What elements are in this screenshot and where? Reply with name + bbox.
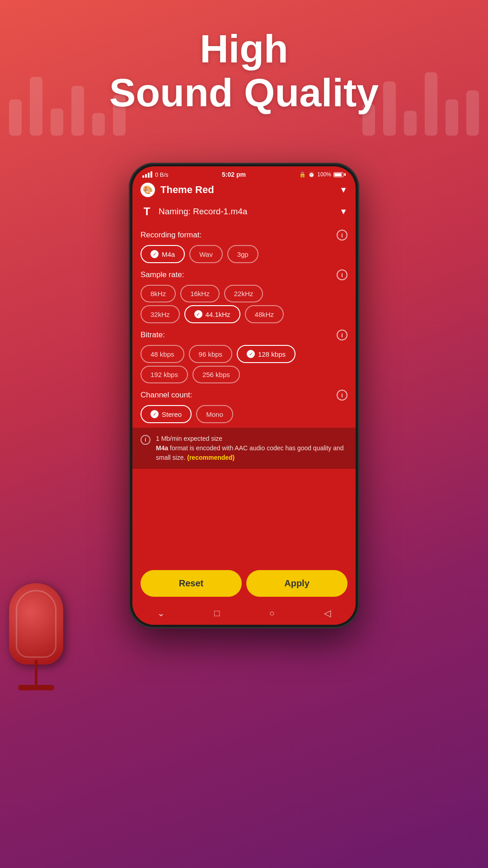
bitrate-info-icon[interactable]: i: [337, 330, 347, 340]
bitrate-96kbps[interactable]: 96 kbps: [189, 345, 233, 363]
signal-bar-2: [145, 174, 147, 178]
apply-button[interactable]: Apply: [246, 570, 347, 597]
wave-bar: [425, 72, 437, 136]
info-box: i 1 Mb/min expected size M4a format is e…: [132, 428, 356, 469]
sample-rate-16khz[interactable]: 16kHz: [180, 285, 220, 302]
mic-stand: [35, 660, 38, 687]
app-header[interactable]: 🎨 Theme Red ▼: [132, 180, 356, 202]
waveform-left: [9, 72, 126, 136]
wave-bar: [446, 99, 458, 136]
phone-screen: 0 B/s 5:02 pm 🔒 ⏰ 100% 🎨 Theme Red: [132, 166, 356, 625]
wave-bar: [92, 113, 105, 136]
mic-body: [9, 583, 63, 665]
bottom-buttons: Reset Apply: [132, 564, 356, 603]
sample-rate-label: Sample rate:: [141, 270, 184, 279]
wave-bar: [71, 86, 84, 136]
check-44khz: ✓: [194, 310, 202, 318]
mic-decoration: [0, 556, 95, 714]
t-icon: T: [141, 205, 153, 218]
wave-bar: [404, 111, 417, 136]
bitrate-48kbps[interactable]: 48 kbps: [141, 345, 184, 363]
channel-mono[interactable]: Mono: [196, 405, 233, 423]
sample-rate-44khz[interactable]: ✓ 44.1kHz: [184, 305, 240, 323]
sample-rate-options-row1: 8kHz 16kHz 22kHz: [141, 285, 347, 302]
naming-row[interactable]: T Naming: Record-1.m4a ▼: [132, 202, 356, 223]
format-wav-label: Wav: [199, 250, 212, 258]
alarm-icon: ⏰: [308, 171, 315, 178]
bitrate-256kbps[interactable]: 256 kbps: [192, 366, 240, 383]
bitrate-options-row2: 192 kbps 256 kbps: [141, 366, 347, 383]
battery-fill: [334, 173, 342, 176]
check-stereo: ✓: [150, 410, 159, 418]
wave-bar: [383, 81, 396, 136]
recording-format-options: ✓ M4a Wav 3gp: [141, 245, 347, 263]
sample-rate-8khz[interactable]: 8kHz: [141, 285, 176, 302]
status-bar: 0 B/s 5:02 pm 🔒 ⏰ 100%: [132, 166, 356, 180]
recording-format-label: Recording format:: [141, 231, 202, 240]
check-128kbps: ✓: [247, 350, 255, 358]
battery-body: [333, 172, 343, 177]
status-right: 🔒 ⏰ 100%: [299, 171, 346, 178]
nav-bar: ⌄ □ ○ ◁: [132, 603, 356, 625]
data-speed: 0 B/s: [155, 171, 169, 178]
signal-bar-1: [142, 175, 144, 178]
naming-label: Naming: Record-1.m4a: [159, 207, 334, 217]
format-option-3gp[interactable]: 3gp: [227, 245, 258, 263]
mic-base: [18, 685, 54, 690]
info-box-text: 1 Mb/min expected size M4a format is enc…: [156, 434, 347, 462]
recording-format-info-icon[interactable]: i: [337, 230, 347, 241]
sample-rate-22khz[interactable]: 22kHz: [224, 285, 263, 302]
status-left: 0 B/s: [142, 171, 169, 178]
settings-scroll-area: Recording format: i ✓ M4a Wav 3gp: [132, 223, 356, 564]
battery-indicator: [333, 172, 346, 177]
wave-bar: [9, 99, 22, 136]
bitrate-128kbps[interactable]: ✓ 128 kbps: [237, 345, 296, 363]
palette-emoji: 🎨: [143, 185, 153, 195]
battery-percent: 100%: [317, 171, 331, 178]
nav-arrow-icon[interactable]: ◁: [324, 608, 331, 618]
wave-bar: [51, 108, 63, 136]
bitrate-label: Bitrate:: [141, 330, 165, 340]
signal-bar-4: [150, 171, 152, 178]
battery-tip: [344, 173, 346, 176]
wave-bar: [466, 90, 479, 136]
headline: High Sound Quality: [109, 27, 379, 115]
waveform-right: [362, 72, 479, 136]
naming-dropdown-arrow[interactable]: ▼: [339, 207, 347, 217]
nav-circle-icon[interactable]: ○: [269, 608, 275, 618]
nav-back-icon[interactable]: ⌄: [157, 608, 165, 618]
info-size-text: 1 Mb/min expected size: [156, 435, 222, 442]
sample-rate-options-row2: 32kHz ✓ 44.1kHz 48kHz: [141, 305, 347, 323]
info-box-icon: i: [141, 435, 150, 445]
headline-line2: Sound Quality: [109, 71, 379, 115]
channel-count-header: Channel count: i: [141, 390, 347, 401]
signal-bar-3: [148, 173, 150, 178]
recording-format-header: Recording format: i: [141, 230, 347, 241]
bitrate-options-row1: 48 kbps 96 kbps ✓ 128 kbps: [141, 345, 347, 363]
sample-rate-info-icon[interactable]: i: [337, 269, 347, 280]
nav-square-icon[interactable]: □: [214, 608, 220, 618]
theme-dropdown-arrow[interactable]: ▼: [339, 185, 347, 195]
lock-icon: 🔒: [299, 171, 306, 178]
channel-stereo[interactable]: ✓ Stereo: [141, 405, 192, 423]
channel-count-info-icon[interactable]: i: [337, 390, 347, 401]
info-format-bold: M4a: [156, 444, 168, 452]
reset-button[interactable]: Reset: [141, 570, 242, 597]
format-m4a-label: M4a: [162, 250, 175, 258]
info-recommended: (recommended): [187, 454, 235, 461]
sample-rate-header: Sample rate: i: [141, 269, 347, 280]
bitrate-192kbps[interactable]: 192 kbps: [141, 366, 188, 383]
app-title: Theme Red: [160, 184, 334, 196]
headline-line1: High: [109, 27, 379, 71]
bitrate-header: Bitrate: i: [141, 330, 347, 340]
wave-bar: [30, 77, 42, 136]
signal-bars: [142, 171, 152, 178]
format-3gp-label: 3gp: [237, 250, 249, 258]
format-option-wav[interactable]: Wav: [189, 245, 222, 263]
sample-rate-48khz[interactable]: 48kHz: [245, 305, 284, 323]
sample-rate-32khz[interactable]: 32kHz: [141, 305, 180, 323]
palette-icon: 🎨: [141, 183, 155, 197]
channel-count-options: ✓ Stereo Mono: [141, 405, 347, 423]
phone-frame: 0 B/s 5:02 pm 🔒 ⏰ 100% 🎨 Theme Red: [129, 163, 359, 628]
format-option-m4a[interactable]: ✓ M4a: [141, 245, 185, 263]
